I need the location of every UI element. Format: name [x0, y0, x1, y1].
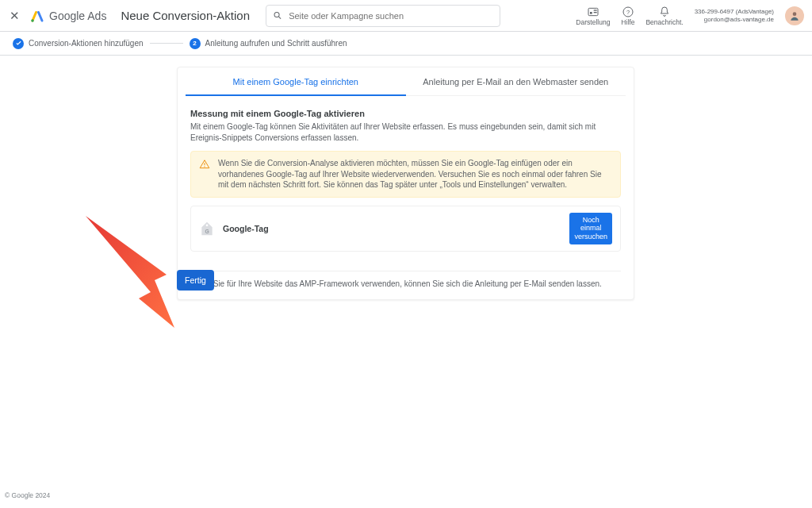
- step-connector: [150, 43, 183, 44]
- step-1[interactable]: Conversion-Aktionen hinzufügen: [13, 38, 144, 49]
- bell-icon: [658, 6, 671, 18]
- search-icon: [273, 10, 282, 21]
- tab-google-tag[interactable]: Mit einem Google-Tag einrichten: [186, 67, 406, 96]
- product-name: Google Ads: [49, 10, 106, 22]
- notifications-button[interactable]: Benachricht.: [645, 6, 683, 26]
- tabs: Mit einem Google-Tag einrichten Anleitun…: [186, 67, 626, 96]
- avatar[interactable]: [785, 6, 804, 25]
- retry-button[interactable]: Noch einmal versuchen: [569, 213, 612, 244]
- appearance-icon: [587, 6, 599, 18]
- svg-point-11: [204, 166, 205, 167]
- card-intro: Mit einem Google-Tag können Sie Aktivitä…: [190, 121, 621, 143]
- avatar-icon: [789, 10, 800, 21]
- amp-footer-note: Wenn Sie für Ihre Website das AMP-Framew…: [190, 271, 621, 288]
- help-button[interactable]: ? Hilfe: [621, 6, 634, 26]
- help-icon: ?: [622, 6, 634, 18]
- ads-logo-icon: [30, 9, 44, 23]
- svg-marker-14: [86, 216, 174, 328]
- search-input[interactable]: [287, 10, 493, 21]
- tag-icon: G: [199, 219, 215, 238]
- tab-email-webmaster[interactable]: Anleitung per E-Mail an den Webmaster se…: [406, 67, 626, 95]
- svg-point-9: [793, 12, 797, 16]
- svg-rect-6: [594, 12, 597, 13]
- search-box[interactable]: [266, 5, 500, 27]
- check-icon: [13, 38, 24, 49]
- copyright: © Google 2024: [5, 492, 50, 500]
- setup-card: Mit einem Google-Tag einrichten Anleitun…: [177, 67, 634, 300]
- close-icon[interactable]: ✕: [8, 9, 21, 23]
- google-ads-logo[interactable]: Google Ads: [30, 9, 106, 23]
- content-area: Mit einem Google-Tag einrichten Anleitun…: [0, 56, 812, 499]
- svg-rect-5: [594, 10, 597, 10]
- step-2: 2 Anleitung aufrufen und Schritt ausführ…: [190, 38, 347, 49]
- card-heading: Messung mit einem Google-Tag aktivieren: [190, 109, 621, 118]
- pointer-arrow: [79, 205, 190, 340]
- svg-text:G: G: [205, 229, 209, 234]
- svg-line-2: [279, 17, 282, 19]
- warning-alert: Wenn Sie die Conversion-Analyse aktivier…: [190, 151, 621, 198]
- page-title: Neue Conversion-Aktion: [121, 9, 250, 22]
- svg-text:?: ?: [626, 8, 630, 15]
- svg-point-1: [274, 12, 279, 17]
- warning-icon: [199, 159, 210, 170]
- appearance-button[interactable]: Darstellung: [576, 6, 610, 26]
- top-bar: ✕ Google Ads Neue Conversion-Aktion Dars…: [0, 0, 812, 32]
- warning-text: Wenn Sie die Conversion-Analyse aktivier…: [218, 158, 612, 190]
- google-tag-row: G Google-Tag Noch einmal versuchen: [190, 206, 621, 252]
- account-info[interactable]: 336-299-6497 (AdsVantage) gordon@ads-van…: [695, 8, 774, 22]
- tag-name: Google-Tag: [223, 224, 269, 233]
- stepper: Conversion-Aktionen hinzufügen 2 Anleitu…: [0, 32, 812, 56]
- svg-point-0: [31, 19, 33, 21]
- svg-point-12: [206, 224, 209, 226]
- svg-rect-4: [590, 12, 592, 14]
- step-2-number: 2: [190, 38, 201, 49]
- done-button[interactable]: Fertig: [177, 270, 214, 291]
